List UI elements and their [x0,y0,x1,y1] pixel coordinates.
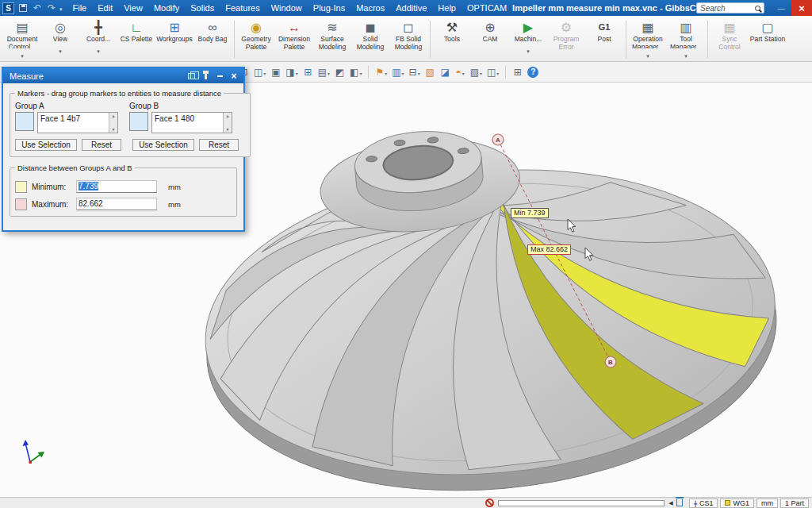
marker-b[interactable]: B [605,356,616,368]
view-toolbar-button[interactable]: ◩ [332,64,347,80]
view-toolbar-button[interactable]: ▥ [389,64,406,80]
ribbon-geometry-palette[interactable]: ◉ Geometry Palette [237,17,275,61]
menu-view[interactable]: View [118,2,148,14]
minimize-button[interactable] [771,0,791,16]
ribbon-body-bag[interactable]: ∞ Body Bag [193,17,232,61]
ribbon-tools[interactable]: ⚒ Tools [433,17,471,61]
view-toolbar-button[interactable]: ⚑ [373,64,389,80]
view-toolbar-button[interactable]: ▨ [468,64,485,80]
view-toolbar-button[interactable]: ◫ [251,64,268,80]
trash-icon[interactable] [676,499,683,506]
scrollbar[interactable]: ▲▼ [223,113,232,133]
ribbon-solid-modeling[interactable]: ◼ Solid Modeling [351,17,389,61]
ribbon-document-control[interactable]: ▤ Document Control... [3,17,41,61]
app-logo-icon: S [2,2,14,14]
pin-button[interactable] [199,71,212,82]
ribbon-part-station[interactable]: ▢ Part Station [749,17,787,61]
ribbon-machining[interactable]: ▶ Machin... [509,17,547,61]
ribbon-view[interactable]: ◎ View [41,17,79,61]
ribbon-dimension-palette[interactable]: ↔ Dimension Palette [275,17,313,61]
ribbon-post[interactable]: G1 Post [585,17,623,61]
group-b-label: Group B [129,102,236,110]
redo-button[interactable] [45,2,58,14]
view-toolbar-button[interactable]: ▤ [316,64,332,80]
undo-button[interactable] [31,2,44,14]
minimum-value-input[interactable]: 7.739 [76,180,157,193]
view-toolbar-button[interactable]: ◨ [283,64,300,80]
group-a-color-swatch[interactable] [15,112,34,131]
menu-features[interactable]: Features [220,2,265,14]
minimum-color-swatch[interactable] [15,181,27,193]
max-distance-tag[interactable]: Max 82.662 [527,244,571,255]
dropdown-arrow-icon [496,67,499,78]
search-input[interactable]: Search [696,2,764,13]
status-arrow-icon[interactable]: ◀ [668,500,672,506]
impeller-model[interactable] [189,102,789,497]
menu-additive[interactable]: Additive [390,2,432,14]
quick-access-dropdown-icon[interactable] [59,3,63,13]
view-toolbar-button[interactable]: ◪ [438,64,453,80]
scroll-up-icon[interactable]: ▲ [112,114,116,118]
ribbon-surface-modeling[interactable]: ≋ Surface Modeling [313,17,351,61]
zoom-fit-button[interactable]: ⊞ [510,64,525,80]
group-b-list[interactable]: Face 1 480 ▲▼ [151,112,232,133]
ribbon-coord[interactable]: ╋ Coord... [79,17,117,61]
maximum-value-input[interactable]: 82.662 [76,198,157,210]
distance-groupbox-label: Distance between Groups A and B [15,164,135,172]
use-selection-b-button[interactable]: Use Selection [132,139,194,151]
save-button[interactable] [17,2,29,14]
group-b-entity[interactable]: Face 1 480 [152,113,223,133]
view-toolbar-button[interactable]: ⊞ [301,64,316,80]
cs-indicator[interactable]: CS1 [689,498,718,508]
menu-plugins[interactable]: Plug-Ins [308,2,350,14]
menu-opticam[interactable]: OPTICAM [462,2,512,14]
maximum-color-swatch[interactable] [15,198,27,210]
menu-edit[interactable]: Edit [92,2,118,14]
scroll-up-icon[interactable]: ▲ [226,114,230,118]
view-toolbar-button[interactable]: ▧ [423,64,438,80]
collapse-button[interactable] [213,71,226,82]
group-b-color-swatch[interactable] [129,112,148,131]
ribbon-workgroups[interactable]: ⊞ Workgroups [155,17,193,61]
view-toolbar-button[interactable]: ◫ [485,64,501,80]
scrollbar[interactable]: ▲▼ [109,113,117,133]
min-distance-tag[interactable]: Min 7.739 [511,208,549,218]
fb-solid-modeling-icon: ◻ [403,19,413,36]
units-indicator[interactable]: mm [756,498,778,508]
view-toolbar-button[interactable]: ⊟ [407,64,423,80]
measure-dialog[interactable]: Measure Markers - drag group markers to … [2,67,245,232]
float-window-button[interactable] [185,71,197,82]
ribbon-operation-manager[interactable]: ▦ Operation Manager... [629,17,667,61]
view-toolbar-button[interactable]: ▣ [268,64,283,80]
close-button[interactable] [791,0,812,16]
scroll-down-icon[interactable]: ▼ [112,127,116,132]
ribbon-cam[interactable]: ⊕ CAM [471,17,509,61]
menu-macros[interactable]: Macros [350,2,390,14]
view-toolbar-button[interactable]: ◧ [347,64,364,80]
ribbon-cs-palette[interactable]: ∟ CS Palette [117,17,155,61]
reset-a-button[interactable]: Reset [82,139,121,151]
menu-window[interactable]: Window [266,2,308,14]
wg-indicator[interactable]: WG1 [720,498,754,508]
group-a-label: Group A [15,102,121,110]
scroll-down-icon[interactable]: ▼ [226,127,230,132]
use-selection-a-button[interactable]: Use Selection [15,139,77,151]
menu-solids[interactable]: Solids [185,2,220,14]
dialog-close-button[interactable] [228,71,240,82]
part-count-indicator[interactable]: 1 Part [780,498,809,508]
ribbon-tool-manager[interactable]: ▥ Tool Manager... [667,17,705,61]
reset-b-button[interactable]: Reset [199,139,239,151]
redo-icon [48,2,56,13]
group-a-entity[interactable]: Face 1 4b7 [38,113,109,133]
menu-help[interactable]: Help [432,2,462,14]
maximum-label: Maximum: [32,200,71,209]
menu-modify[interactable]: Modify [148,2,185,14]
menu-file[interactable]: File [67,2,93,14]
group-a-list[interactable]: Face 1 4b7 ▲▼ [37,112,118,133]
view-toolbar-button[interactable]: ◓ [453,64,468,80]
marker-a[interactable]: A [492,134,504,145]
ribbon-fb-solid-modeling[interactable]: ◻ FB Solid Modeling [389,17,427,61]
dropdown-arrow-icon [527,44,530,56]
help-button[interactable]: ? [525,64,541,80]
measure-dialog-titlebar[interactable]: Measure [3,68,243,83]
